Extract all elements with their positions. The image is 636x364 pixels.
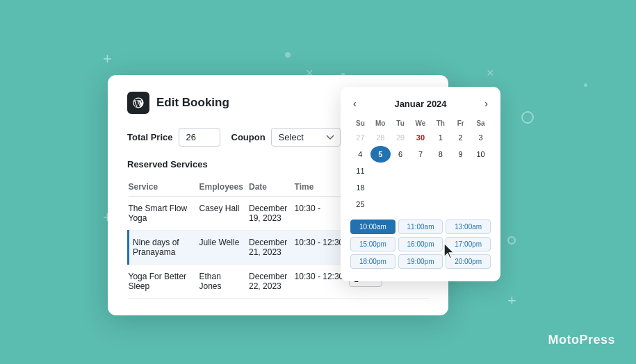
calendar-day [430,196,450,213]
calendar-day [471,179,491,196]
calendar-day [411,163,431,179]
calendar-day [430,179,450,196]
calendar-day [450,179,471,196]
panel-title: Edit Booking [156,96,229,110]
calendar-day [450,163,471,179]
deco-cross-1: × [487,66,494,81]
calendar-header-row: Su Mo Tu We Th Fr Sa [350,117,491,129]
calendar-day [370,196,391,213]
time-slot-1500[interactable]: 15:00pm [350,237,396,251]
calendar-week-row: 25 [350,196,491,213]
deco-plus-1: + [103,50,112,68]
deco-circle-2 [507,236,516,245]
calendar-day [471,163,491,179]
service-name-2: Nine days of Pranayama [129,231,199,265]
calendar-day [391,163,411,179]
day-header-th: Th [430,117,450,129]
day-header-fr: Fr [450,117,471,129]
employee-1: Casey Hall [199,197,250,231]
day-header-tu: Tu [391,117,411,129]
coupon-group: Coupon Select [231,128,341,147]
day-header-su: Su [350,117,370,129]
coupon-label: Coupon [231,132,266,142]
calendar-week-row: 4 5 6 7 8 9 10 [350,146,491,163]
time-row-2: 15:00pm 16:00pm 17:00pm [350,237,491,251]
calendar-day[interactable]: 27 [350,129,370,146]
time-slot-1900[interactable]: 19:00pm [398,254,443,269]
day-header-mo: Mo [370,117,391,129]
time-slots: 10:00am 11:00am 13:00am 15:00pm 16:00pm … [350,220,491,269]
cursor-icon [441,242,458,261]
wp-icon [127,92,149,114]
service-name-3: Yoga For Better Sleep [129,265,199,299]
total-price-input[interactable] [179,128,220,147]
calendar-day [370,163,391,179]
calendar-day[interactable]: 6 [391,146,411,163]
service-name-1: The Smart Flow Yoga [129,197,199,231]
calendar-day[interactable]: 18 [350,179,370,196]
calendar-day[interactable]: 25 [350,196,370,213]
col-employees: Employees [199,178,250,197]
calendar-grid: Su Mo Tu We Th Fr Sa 27 28 29 30 1 2 3 4… [350,117,491,213]
calendar-day[interactable]: 7 [411,146,431,163]
calendar-day[interactable]: 9 [450,146,471,163]
calendar-month-title: Januar 2024 [394,99,446,109]
calendar-day[interactable]: 28 [370,129,391,146]
calendar-day[interactable]: 29 [391,129,411,146]
col-date: Date [249,178,295,197]
calendar-day-selected[interactable]: 5 [370,146,391,163]
calendar-day [370,179,391,196]
date-1: December 19, 2023 [249,197,295,231]
deco-dot-3 [285,52,291,58]
calendar-day [411,196,431,213]
date-3: December 22, 2023 [249,265,295,299]
deco-dot-4 [584,83,587,87]
deco-plus-4: + [507,292,516,310]
calendar-day[interactable]: 30 [411,129,431,146]
calendar-day [430,163,450,179]
time-slot-1300[interactable]: 13:00am [446,220,491,234]
time-slot-1000[interactable]: 10:00am [350,220,396,234]
day-header-we: We [411,117,431,129]
date-2: December 21, 2023 [249,231,295,265]
calendar-day[interactable]: 11 [350,163,370,179]
prev-month-button[interactable]: ‹ [350,97,359,110]
time-slot-1100[interactable]: 11:00am [398,220,443,234]
calendar-day [450,196,471,213]
calendar-week-row: 11 [350,163,491,179]
calendar-nav: ‹ Januar 2024 › [350,97,491,110]
day-header-sa: Sa [471,117,491,129]
coupon-select[interactable]: Select [271,128,341,147]
next-month-button[interactable]: › [482,97,491,110]
time-slot-1800[interactable]: 18:00pm [350,254,396,269]
calendar-day[interactable]: 1 [430,129,450,146]
calendar-day [391,179,411,196]
calendar-day [471,196,491,213]
calendar-day[interactable]: 10 [471,146,491,163]
calendar-week-row: 27 28 29 30 1 2 3 [350,129,491,146]
employee-3: Ethan Jones [199,265,250,299]
total-price-group: Total Price [127,128,220,147]
calendar-day[interactable]: 2 [450,129,471,146]
calendar-day[interactable]: 3 [471,129,491,146]
total-price-label: Total Price [127,132,173,142]
motopress-brand: MotoPress [548,333,615,347]
col-service: Service [129,178,199,197]
time-slot-1600[interactable]: 16:00pm [398,237,443,251]
calendar-day[interactable]: 4 [350,146,370,163]
employee-2: Julie Welle [199,231,250,265]
calendar-day [391,196,411,213]
deco-circle-1 [521,111,534,124]
calendar-panel: ‹ Januar 2024 › Su Mo Tu We Th Fr Sa 27 … [341,87,500,281]
time-row-1: 10:00am 11:00am 13:00am [350,220,491,234]
calendar-day [411,179,431,196]
time-row-3: 18:00pm 19:00pm 20:00pm [350,254,491,269]
calendar-day[interactable]: 8 [430,146,450,163]
calendar-week-row: 18 [350,179,491,196]
